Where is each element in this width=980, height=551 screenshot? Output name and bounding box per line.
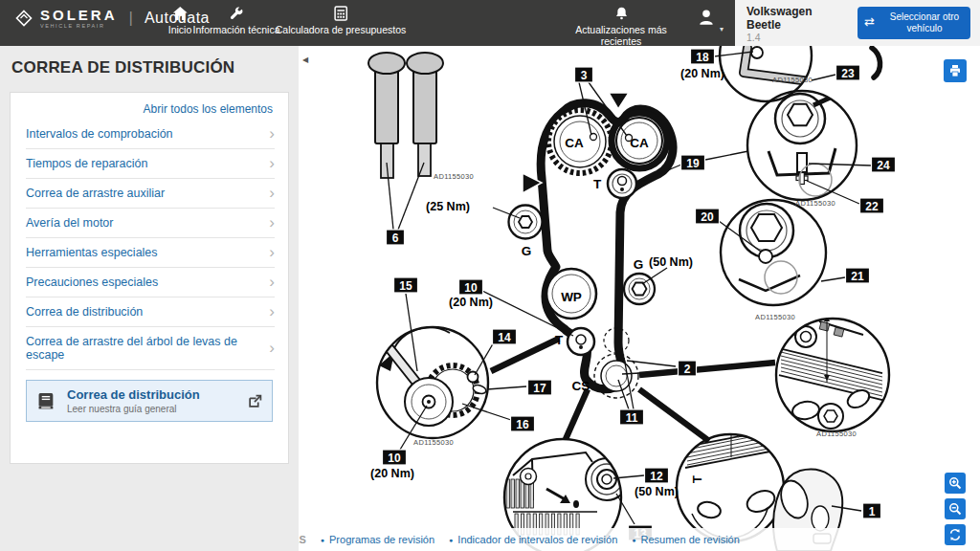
diagram-part-label-CA: CA <box>630 136 649 150</box>
chevron-right-icon: › <box>269 307 275 317</box>
user-menu[interactable]: ▾ <box>697 8 724 33</box>
sidebar-item-tiempos[interactable]: Tiempos de reparación › <box>26 149 275 179</box>
detail-idler-bolt <box>721 200 826 305</box>
nav-item-calculadora[interactable]: Calculadora de presupuestos <box>276 6 407 35</box>
zoom-out-icon <box>948 502 962 516</box>
nav-label: Calculadora de presupuestos <box>276 24 407 35</box>
diagram-watermark: AD1155030 <box>434 172 474 181</box>
chevron-right-icon: › <box>269 218 275 228</box>
diagram-torque-label: (25 Nm) <box>426 200 470 213</box>
diagram-part-label-T: T <box>593 177 602 191</box>
diagram-callout-12: 12 <box>645 468 669 483</box>
vehicle-make: Volkswagen <box>746 5 812 18</box>
diagram-part-label-T: T <box>555 333 564 347</box>
diagram-callout-number: 11 <box>626 411 638 425</box>
diagram-callout-17: 17 <box>528 380 552 395</box>
footer-link-programas[interactable]: ● Programas de revisión <box>321 534 434 545</box>
diagram-torque-label: (20 Nm) <box>449 296 493 309</box>
diagram-torque-label: (20 Nm) <box>680 67 724 80</box>
diagram-watermark: AD1155030 <box>795 199 835 208</box>
diagram-callout-number: 19 <box>686 157 700 170</box>
diagram-callout-6: 6 <box>387 230 405 245</box>
diagram-callout-number: 10 <box>464 281 478 295</box>
print-icon <box>948 64 962 77</box>
nav-item-informacion-tecnica[interactable]: Información técnica <box>192 6 279 35</box>
detail-crank-pulley-marks <box>776 314 889 448</box>
refresh-button[interactable] <box>945 524 966 545</box>
diagram-part-label-G: G <box>522 244 532 258</box>
sidebar-item-correa-arrastre-auxiliar[interactable]: Correa de arrastre auxiliar › <box>26 179 275 209</box>
diagram-part-label-T: T <box>690 474 704 483</box>
diagram-callout-23: 23 <box>836 65 860 80</box>
sidebar-item-intervalos[interactable]: Intervalos de comprobación › <box>26 120 275 149</box>
diagram-callout-22: 22 <box>860 198 884 213</box>
brand-name: SOLERA <box>40 8 118 22</box>
bullet-icon: ● <box>449 537 453 543</box>
zoom-out-button[interactable] <box>945 498 966 519</box>
footer-link-resumen[interactable]: ● Resumen de revisión <box>632 534 740 545</box>
diagram-callout-number: 10 <box>388 452 401 465</box>
hook-tool <box>872 48 880 77</box>
diagram-callout-number: 18 <box>696 51 709 64</box>
tensioner-upper <box>608 169 636 198</box>
select-other-vehicle-button[interactable]: ⇄ Seleccionar otro vehículo <box>858 7 970 39</box>
chevron-right-icon: › <box>269 188 275 198</box>
external-link-icon <box>248 394 262 408</box>
diagram-callout-1: 1 <box>863 503 881 518</box>
sidebar-collapse-icon[interactable]: ◀ <box>302 55 308 64</box>
logo-divider: | <box>129 9 133 28</box>
bullet-icon: ● <box>321 537 324 543</box>
sidebar-item-correa-arrastre-escape[interactable]: Correa de arrastre del árbol de levas de… <box>26 327 275 370</box>
footer-link-indicador[interactable]: ● Indicador de intervalos de revisión <box>449 534 617 545</box>
diagram-callout-number: 3 <box>581 69 588 82</box>
diagram-callout-15: 15 <box>394 277 418 293</box>
sidebar-item-precauciones[interactable]: Precauciones especiales › <box>26 268 275 298</box>
diagram-callout-number: 14 <box>498 331 511 344</box>
diagram-callout-number: 21 <box>851 270 864 283</box>
diagram-watermark: AD1155030 <box>413 438 454 447</box>
chevron-down-icon: ▾ <box>720 25 724 33</box>
zoom-in-button[interactable] <box>945 473 966 494</box>
nav-label: Inicio <box>168 24 192 35</box>
vehicle-model: Beetle <box>746 18 781 32</box>
diagram-torque-label: (50 Nm) <box>635 485 679 498</box>
diagram-callout-number: 1 <box>869 505 876 518</box>
print-button[interactable] <box>944 59 967 82</box>
diagram-callout-number: 20 <box>701 210 714 224</box>
diagram-callout-number: 23 <box>841 67 855 80</box>
sidebar-menu-card: Abrir todos los elementos Intervalos de … <box>10 92 289 464</box>
diagram-torque-label: (50 Nm) <box>649 255 693 269</box>
sidebar-item-correa-distribucion[interactable]: Correa de distribución › <box>26 298 275 327</box>
diagram-callout-19: 19 <box>681 155 705 170</box>
book-icon <box>36 392 57 410</box>
chevron-right-icon: › <box>269 129 275 139</box>
diagram-callout-16: 16 <box>511 416 535 431</box>
detail-tensioner-adjustment <box>747 91 857 200</box>
diagram-callout-number: 15 <box>399 279 412 293</box>
idler-g-right <box>624 274 655 304</box>
diagram-callout-10: 10 <box>459 279 483 295</box>
nav-item-inicio[interactable]: Inicio <box>168 6 192 35</box>
sidebar-item-averia-motor[interactable]: Avería del motor › <box>26 209 275 238</box>
diagram-callout-20: 20 <box>696 209 720 224</box>
sidebar: CORREA DE DISTRIBUCIÓN Abrir todos los e… <box>0 46 299 551</box>
guide-link-box[interactable]: Correa de distribución Leer nuestra guía… <box>26 380 273 422</box>
chevron-right-icon: › <box>269 277 275 287</box>
select-other-vehicle-label: Seleccionar otro vehículo <box>890 11 959 34</box>
diagram-watermark: AD1155030 <box>755 313 795 321</box>
guide-subtitle: Leer nuestra guía general <box>67 404 238 414</box>
nav-item-actualizaciones[interactable]: Actualizaciones más recientes <box>564 6 679 47</box>
diagram-callout-24: 24 <box>872 157 896 172</box>
diagram-part-label-CA: CA <box>565 136 584 150</box>
idler-g-left <box>509 206 543 239</box>
vehicle-panel: Volkswagen Beetle 1.4 ⇄ Seleccionar otro… <box>735 0 980 46</box>
diagram-callout-number: 2 <box>684 363 691 376</box>
solera-logo-icon <box>15 10 33 27</box>
sidebar-item-herramientas[interactable]: Herramientas especiales › <box>26 238 275 268</box>
locking-pins <box>368 53 443 178</box>
diagram-torque-label: (20 Nm) <box>370 467 414 480</box>
diagram-callout-11: 11 <box>620 409 644 425</box>
diagram-callout-21: 21 <box>846 268 870 283</box>
top-nav-bar: SOLERA Vehicle Repair | Autodata Inicio … <box>0 0 735 46</box>
open-all-link[interactable]: Abrir todos los elementos <box>11 93 288 120</box>
